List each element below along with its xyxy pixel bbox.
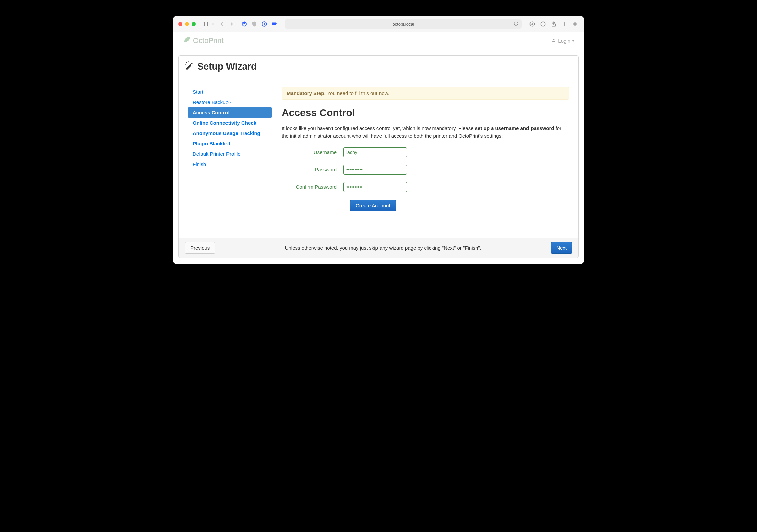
app-header: OctoPrint Login ▾ (173, 32, 584, 49)
reload-icon[interactable] (514, 21, 518, 27)
setup-wizard-panel: Setup Wizard Start Restore Backup? Acces… (178, 55, 579, 258)
page-paragraph: It looks like you haven't configured acc… (282, 124, 569, 140)
confirm-password-input[interactable] (343, 182, 407, 192)
svg-rect-16 (573, 24, 575, 26)
traffic-lights (178, 22, 196, 26)
confirm-password-row: Confirm Password (282, 182, 569, 192)
username-input[interactable] (343, 147, 407, 157)
window-minimize-icon[interactable] (185, 22, 189, 26)
octoprint-logo-icon (183, 36, 191, 46)
sidebar-item-plugin-blacklist[interactable]: Plugin Blacklist (188, 138, 272, 149)
create-account-button[interactable]: Create Account (350, 200, 396, 211)
mandatory-alert: Mandatory Step! You need to fill this ou… (282, 87, 569, 100)
wizard-footer: Previous Unless otherwise noted, you may… (179, 238, 578, 258)
window-close-icon[interactable] (178, 22, 182, 26)
brand[interactable]: OctoPrint (183, 36, 224, 46)
sidebar-toggle[interactable] (202, 20, 215, 28)
extension-flag-icon[interactable] (271, 20, 278, 28)
sidebar-item-restore-backup[interactable]: Restore Backup? (188, 97, 272, 107)
sidebar-item-start[interactable]: Start (188, 87, 272, 97)
extension-1password-icon[interactable] (261, 20, 268, 28)
browser-window: octopi.local (173, 16, 584, 264)
svg-point-18 (553, 39, 555, 40)
extension-shield-icon[interactable] (251, 20, 258, 28)
svg-point-19 (186, 62, 187, 63)
svg-point-21 (185, 64, 186, 65)
username-row: Username (282, 147, 569, 157)
password-label: Password (282, 167, 343, 172)
svg-point-10 (543, 23, 543, 23)
alert-text: You need to fill this out now. (326, 90, 389, 96)
svg-rect-15 (575, 22, 577, 24)
svg-rect-0 (203, 22, 208, 26)
brand-text: OctoPrint (193, 36, 224, 45)
sidebar-item-anonymous-usage[interactable]: Anonymous Usage Tracking (188, 128, 272, 138)
svg-marker-5 (276, 23, 277, 25)
wizard-steps-sidebar: Start Restore Backup? Access Control Onl… (188, 87, 272, 224)
svg-rect-4 (272, 23, 276, 25)
footer-hint: Unless otherwise noted, you may just ski… (215, 245, 551, 251)
url-bar[interactable]: octopi.local (285, 19, 522, 29)
info-icon[interactable] (539, 20, 547, 28)
confirm-password-label: Confirm Password (282, 184, 343, 190)
previous-button[interactable]: Previous (185, 242, 215, 254)
next-button[interactable]: Next (551, 242, 572, 254)
browser-toolbar: octopi.local (173, 16, 584, 32)
password-input[interactable] (343, 165, 407, 175)
svg-rect-17 (575, 24, 577, 26)
sidebar-item-default-printer-profile[interactable]: Default Printer Profile (188, 149, 272, 159)
alert-strong: Mandatory Step! (287, 90, 326, 96)
url-text: octopi.local (392, 22, 414, 27)
para-bold: set up a username and password (475, 125, 554, 131)
sidebar-icon (202, 20, 209, 28)
wand-icon (185, 60, 194, 72)
wizard-title-text: Setup Wizard (197, 61, 257, 72)
window-maximize-icon[interactable] (192, 22, 196, 26)
downloads-icon[interactable] (528, 20, 536, 28)
user-icon (551, 38, 556, 44)
page-heading: Access Control (282, 107, 569, 118)
wizard-content: Mandatory Step! You need to fill this ou… (282, 87, 569, 224)
share-icon[interactable] (550, 20, 557, 28)
sidebar-item-access-control[interactable]: Access Control (188, 107, 272, 118)
username-label: Username (282, 149, 343, 155)
wizard-title: Setup Wizard (179, 56, 578, 77)
extension-cube-icon[interactable] (241, 20, 248, 28)
nav-forward-icon[interactable] (228, 20, 235, 28)
caret-down-icon: ▾ (572, 39, 574, 43)
svg-point-20 (188, 61, 188, 62)
tabs-overview-icon[interactable] (571, 20, 579, 28)
sidebar-item-finish[interactable]: Finish (188, 159, 272, 169)
para-part-1: It looks like you haven't configured acc… (282, 125, 475, 131)
chevron-down-icon (211, 20, 215, 28)
svg-rect-14 (573, 22, 575, 24)
login-label: Login (558, 38, 570, 44)
new-tab-icon[interactable] (561, 20, 568, 28)
nav-back-icon[interactable] (218, 20, 226, 28)
sidebar-item-online-connectivity[interactable]: Online Connectivity Check (188, 118, 272, 128)
password-row: Password (282, 165, 569, 175)
login-link[interactable]: Login ▾ (551, 38, 574, 44)
